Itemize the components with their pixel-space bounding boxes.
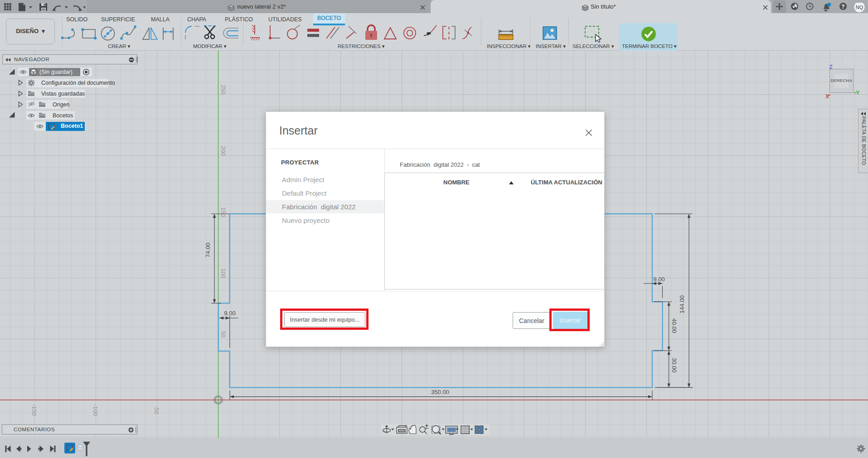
svg-text:150: 150 [220,207,227,217]
svg-text:200: 200 [220,146,227,156]
svg-text:74.00: 74.00 [204,243,211,258]
svg-text:350.00: 350.00 [431,389,449,395]
svg-text:50: 50 [220,331,227,337]
svg-text:144.00: 144.00 [679,295,685,313]
svg-text:?: ? [841,4,844,10]
svg-text:100: 100 [220,268,227,278]
svg-text:30.00: 30.00 [671,358,678,373]
svg-text:250: 250 [220,85,227,95]
svg-text:9.00: 9.00 [653,276,664,283]
svg-text:NQ: NQ [856,5,863,10]
svg-text:-150: -150 [31,404,38,416]
svg-text:9.00: 9.00 [224,310,235,317]
svg-text:-50: -50 [153,406,160,415]
svg-text:40.00: 40.00 [671,318,678,333]
svg-text:-100: -100 [92,404,99,416]
